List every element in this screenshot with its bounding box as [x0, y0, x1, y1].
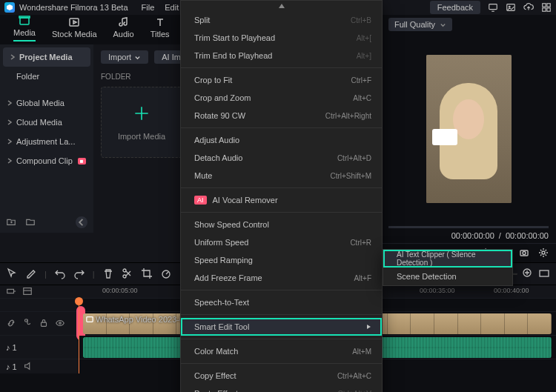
svg-rect-24 — [7, 289, 14, 293]
mi-trim-start: Trim Start to PlayheadAlt+[ — [181, 29, 382, 47]
track-add-icon[interactable] — [6, 286, 16, 298]
mi-split: SplitCtrl+B — [181, 11, 382, 29]
import-media-dropzone[interactable]: Import Media — [101, 87, 182, 158]
ruler-tick: 00:00:05:00 — [102, 287, 138, 294]
plus-icon — [132, 104, 151, 124]
tree-adjustment-layer[interactable]: Adjustment La... — [0, 132, 93, 151]
svg-rect-27 — [42, 322, 47, 326]
tree-folder[interactable]: Folder — [0, 67, 93, 86]
zoom-fit-icon[interactable] — [538, 268, 550, 281]
import-media-label: Import Media — [118, 132, 165, 141]
menu-file[interactable]: File — [142, 3, 155, 12]
settings-icon[interactable] — [538, 248, 549, 259]
svg-rect-4 — [547, 4, 550, 7]
track-label: ♪ 1 — [6, 362, 17, 371]
svg-point-2 — [509, 6, 510, 7]
mi-speed-control[interactable]: Show Speed Control — [181, 216, 382, 233]
link-icon[interactable] — [6, 318, 16, 330]
tree-project-media[interactable]: Project Media — [3, 47, 90, 67]
smart-edit-submenu: AI Text Clipper ( Silence Detection ) Sc… — [383, 249, 513, 286]
svg-point-26 — [25, 319, 28, 322]
mi-crop-zoom[interactable]: Crop and ZoomAlt+C — [181, 89, 382, 107]
tab-stock-media[interactable]: Stock Media — [52, 16, 97, 41]
split-icon[interactable] — [122, 268, 133, 281]
svg-point-19 — [123, 275, 126, 278]
mi-freeze-frame[interactable]: Add Freeze FrameAlt+F — [181, 269, 382, 287]
edit-tool-icon[interactable] — [25, 268, 37, 281]
grid-icon[interactable] — [541, 2, 552, 13]
ruler-tick: 00:00:40:00 — [494, 287, 529, 294]
track-options-icon[interactable] — [22, 286, 33, 298]
undo-icon[interactable] — [54, 268, 66, 281]
folder-icon[interactable] — [25, 216, 36, 228]
mi-crop-fit[interactable]: Crop to FitCtrl+F — [181, 71, 382, 89]
ruler-tick: 00:00:35:00 — [420, 287, 455, 294]
scroll-up-icon[interactable] — [181, 1, 382, 11]
delete-icon[interactable] — [102, 268, 114, 281]
mi-rotate[interactable]: Rotate 90 CWCtrl+Alt+Right — [181, 107, 382, 124]
mi-uniform-speed[interactable]: Uniform SpeedCtrl+R — [181, 233, 382, 251]
svg-rect-8 — [19, 16, 30, 18]
mi-scene-detection[interactable]: Scene Detection — [383, 268, 512, 285]
preview-scrubber[interactable] — [388, 226, 549, 228]
svg-point-16 — [523, 251, 526, 254]
pointer-tool-icon[interactable] — [6, 268, 18, 281]
menu-edit[interactable]: Edit — [165, 3, 179, 12]
track-label: ♪ 1 — [6, 343, 17, 352]
tree-global-media[interactable]: Global Media — [0, 93, 93, 113]
feedback-button[interactable]: Feedback — [430, 1, 480, 14]
preview-video[interactable] — [426, 55, 512, 203]
collapse-sidebar-icon[interactable] — [76, 216, 87, 228]
speed-icon[interactable] — [160, 268, 172, 281]
image-icon[interactable] — [506, 2, 516, 13]
svg-rect-25 — [24, 288, 32, 294]
mi-trim-end: Trim End to PlayheadAlt+] — [181, 47, 382, 64]
tree-cloud-media[interactable]: Cloud Media — [0, 113, 93, 132]
lock-icon[interactable] — [39, 318, 49, 330]
import-button[interactable]: Import — [101, 50, 148, 64]
mi-paste-effect: Paste EffectCtrl+Alt+V — [181, 385, 382, 392]
eye-icon[interactable] — [55, 318, 65, 330]
mi-detach-audio[interactable]: Detach AudioCtrl+Alt+D — [181, 149, 382, 167]
mi-ai-text-clipper[interactable]: AI Text Clipper ( Silence Detection ) — [383, 250, 512, 268]
mi-mute[interactable]: MuteCtrl+Shift+M — [181, 167, 382, 185]
mi-color-match[interactable]: Color MatchAlt+M — [181, 342, 382, 360]
tab-media[interactable]: Media — [13, 15, 36, 41]
cloud-upload-icon[interactable] — [523, 2, 534, 13]
redo-icon[interactable] — [73, 268, 85, 281]
tree-compound-clip[interactable]: Compound Clip■ — [0, 151, 93, 170]
monitor-icon[interactable] — [488, 2, 498, 13]
new-folder-icon[interactable] — [6, 216, 16, 228]
tab-titles[interactable]: Titles — [150, 16, 170, 41]
svg-point-18 — [123, 269, 126, 272]
zoom-in-icon[interactable] — [522, 268, 534, 281]
app-logo-icon — [4, 2, 15, 13]
mi-smart-edit-tool[interactable]: Smart Edit Tool — [181, 318, 382, 336]
tab-audio[interactable]: Audio — [113, 16, 134, 41]
mi-ai-vocal-remover[interactable]: AIAI Vocal Remover — [181, 191, 382, 209]
timecode-current: 00:00:00:00 — [451, 231, 494, 240]
preview-quality-select[interactable]: Full Quality — [388, 18, 452, 31]
crop-tool-icon[interactable] — [141, 268, 153, 281]
svg-rect-3 — [543, 4, 546, 7]
svg-rect-5 — [543, 8, 546, 11]
mi-speech-to-text[interactable]: Speech-to-Text — [181, 293, 382, 311]
svg-rect-6 — [547, 8, 550, 11]
snapshot-icon[interactable] — [519, 248, 529, 259]
svg-rect-0 — [489, 4, 497, 10]
context-menu: SplitCtrl+B Trim Start to PlayheadAlt+[ … — [180, 0, 383, 392]
mute-icon[interactable] — [23, 361, 33, 373]
svg-point-17 — [542, 251, 545, 254]
mi-speed-ramping[interactable]: Speed Ramping — [181, 251, 382, 269]
svg-rect-29 — [87, 317, 93, 322]
svg-marker-10 — [73, 21, 76, 24]
timecode-total: 00:00:00:00 — [506, 231, 549, 240]
mi-adjust-audio[interactable]: Adjust Audio — [181, 131, 382, 149]
mi-copy-effect[interactable]: Copy EffectCtrl+Alt+C — [181, 367, 382, 385]
app-title: Wondershare Filmora 13 Beta — [19, 3, 128, 12]
playhead[interactable] — [79, 298, 79, 373]
svg-point-28 — [59, 322, 62, 324]
svg-marker-31 — [367, 325, 371, 329]
micro-icon[interactable] — [22, 318, 33, 330]
svg-rect-23 — [540, 270, 549, 276]
